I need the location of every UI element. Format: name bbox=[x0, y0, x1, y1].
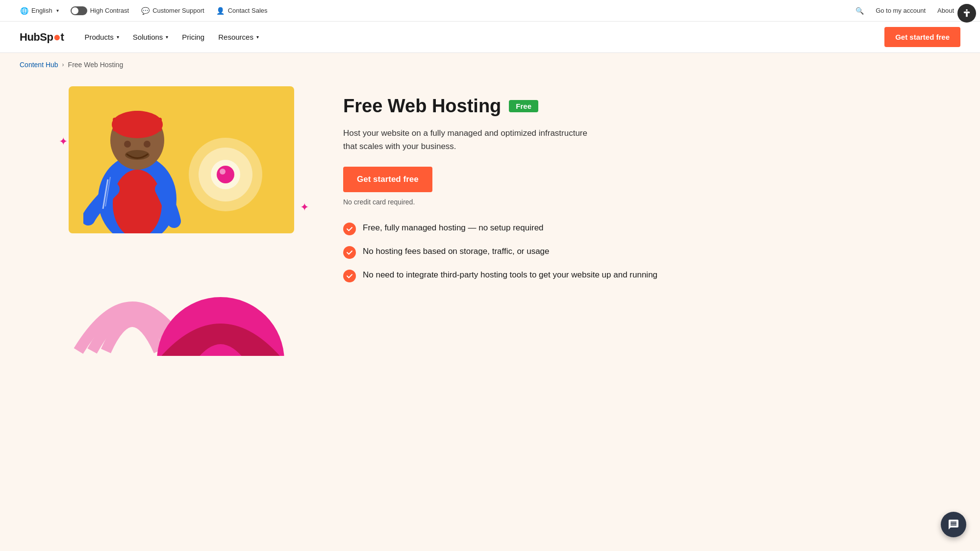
check-icon-2 bbox=[343, 246, 356, 259]
product-title-row: Free Web Hosting Free bbox=[343, 96, 667, 117]
product-title: Free Web Hosting bbox=[343, 96, 501, 117]
check-icon-3 bbox=[343, 270, 356, 282]
feature-item-1: Free, fully managed hosting — no setup r… bbox=[343, 222, 667, 235]
contact-sales-label: Contact Sales bbox=[228, 7, 268, 14]
nav-products-label: Products bbox=[84, 33, 113, 41]
high-contrast-toggle[interactable]: High Contrast bbox=[71, 6, 129, 15]
check-icon-1 bbox=[343, 223, 356, 235]
breadcrumb: Content Hub › Free Web Hosting bbox=[0, 53, 980, 76]
no-credit-card-text: No credit card required. bbox=[343, 198, 667, 206]
nav-item-pricing[interactable]: Pricing bbox=[177, 30, 209, 44]
rainbow-arches-illustration bbox=[69, 243, 294, 361]
breadcrumb-link[interactable]: Content Hub bbox=[20, 61, 58, 69]
target-circle-illustration bbox=[186, 135, 265, 214]
search-button[interactable]: 🔍 bbox=[855, 6, 864, 15]
language-selector[interactable]: 🌐 English ▾ bbox=[20, 6, 59, 15]
product-description: Host your website on a fully managed and… bbox=[343, 126, 588, 153]
nav-pricing-label: Pricing bbox=[182, 33, 204, 41]
feature-item-2: No hosting fees based on storage, traffi… bbox=[343, 245, 667, 259]
nav-solutions-label: Solutions bbox=[133, 33, 163, 41]
feature-item-3: No need to integrate third-party hosting… bbox=[343, 269, 667, 282]
resources-chevron-icon: ▾ bbox=[256, 34, 259, 40]
customer-support-label: Customer Support bbox=[152, 7, 204, 14]
utility-bar-right: 🔍 Go to my account About ▾ bbox=[855, 6, 960, 15]
products-chevron-icon: ▾ bbox=[117, 34, 119, 40]
nav-item-resources[interactable]: Resources ▾ bbox=[213, 30, 264, 44]
free-badge: Free bbox=[509, 100, 538, 112]
go-to-account-label: Go to my account bbox=[876, 7, 926, 14]
toggle-switch-icon[interactable] bbox=[71, 6, 87, 15]
logo-link[interactable]: HubSp●t bbox=[20, 29, 64, 45]
svg-point-15 bbox=[966, 9, 968, 11]
person-illustration bbox=[83, 91, 191, 233]
main-content: ✦✦ bbox=[0, 76, 686, 390]
globe-icon: 🌐 bbox=[20, 6, 28, 15]
feature-text-2: No hosting fees based on storage, traffi… bbox=[363, 245, 550, 258]
svg-point-5 bbox=[124, 141, 131, 148]
solutions-chevron-icon: ▾ bbox=[166, 34, 168, 40]
utility-bar: 🌐 English ▾ High Contrast 💬 Customer Sup… bbox=[0, 0, 980, 22]
contact-icon: 👤 bbox=[216, 6, 225, 15]
main-nav: HubSp●t Products ▾ Solutions ▾ Pricing R… bbox=[0, 22, 980, 53]
contact-sales-link[interactable]: 👤 Contact Sales bbox=[216, 6, 268, 15]
svg-point-6 bbox=[144, 141, 151, 148]
go-to-account-link[interactable]: Go to my account bbox=[876, 7, 926, 14]
nav-items: Products ▾ Solutions ▾ Pricing Resources… bbox=[79, 30, 263, 44]
sparkle-icon-right: ✦ bbox=[300, 201, 309, 214]
feature-text-3: No need to integrate third-party hosting… bbox=[363, 269, 657, 281]
features-list: Free, fully managed hosting — no setup r… bbox=[343, 222, 667, 282]
search-icon: 🔍 bbox=[855, 6, 864, 15]
accessibility-button[interactable] bbox=[957, 4, 976, 23]
right-column: Free Web Hosting Free Host your website … bbox=[343, 86, 667, 282]
breadcrumb-separator: › bbox=[62, 61, 64, 68]
svg-point-12 bbox=[220, 169, 226, 175]
customer-support-link[interactable]: 💬 Customer Support bbox=[141, 6, 204, 15]
utility-bar-left: 🌐 English ▾ High Contrast 💬 Customer Sup… bbox=[20, 6, 268, 15]
svg-point-7 bbox=[125, 150, 150, 160]
cta-get-started-button[interactable]: Get started free bbox=[343, 167, 432, 192]
svg-rect-4 bbox=[113, 118, 162, 131]
about-label: About bbox=[937, 7, 954, 14]
hero-image-wrapper: ✦✦ bbox=[69, 86, 294, 233]
feature-text-1: Free, fully managed hosting — no setup r… bbox=[363, 222, 544, 234]
language-chevron-icon: ▾ bbox=[56, 8, 59, 13]
nav-item-products[interactable]: Products ▾ bbox=[79, 30, 124, 44]
svg-point-11 bbox=[217, 166, 234, 183]
nav-item-solutions[interactable]: Solutions ▾ bbox=[128, 30, 174, 44]
breadcrumb-current: Free Web Hosting bbox=[68, 61, 124, 69]
hero-image bbox=[69, 86, 294, 233]
nav-get-started-button[interactable]: Get started free bbox=[884, 27, 960, 47]
nav-resources-label: Resources bbox=[218, 33, 253, 41]
left-column: ✦✦ bbox=[69, 86, 304, 361]
language-label: English bbox=[31, 7, 52, 14]
support-icon: 💬 bbox=[141, 6, 150, 15]
high-contrast-label: High Contrast bbox=[90, 7, 129, 14]
svg-rect-14 bbox=[69, 356, 294, 361]
decorative-bottom bbox=[69, 243, 294, 361]
about-link[interactable]: About ▾ bbox=[937, 7, 960, 14]
nav-left: HubSp●t Products ▾ Solutions ▾ Pricing R… bbox=[20, 29, 264, 45]
